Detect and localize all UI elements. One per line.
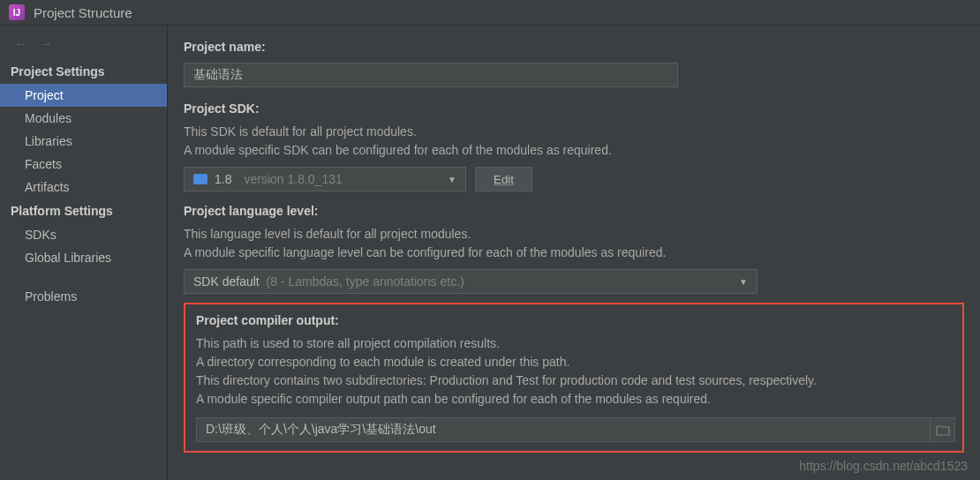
desc-line: This directory contains two subdirectori… [196,371,952,390]
sidebar-item-label: Libraries [25,134,72,148]
sidebar-item-problems[interactable]: Problems [0,285,167,308]
desc-line: A module specific compiler output path c… [196,390,952,409]
sidebar-item-sdks[interactable]: SDKs [0,223,167,246]
sidebar-item-label: SDKs [25,228,57,242]
project-sdk-desc: This SDK is default for all project modu… [184,123,964,160]
sidebar-item-label: Problems [25,289,77,304]
sdk-selected-main: 1.8 [215,172,231,186]
compiler-output-path-input[interactable] [197,418,930,441]
chevron-down-icon: ▼ [739,277,748,287]
project-name-input[interactable] [184,63,678,87]
edit-sdk-button[interactable]: Edit [475,167,532,191]
project-sdk-select[interactable]: 1.8 version 1.8.0_131 ▼ [184,167,466,191]
sidebar-item-modules[interactable]: Modules [0,107,167,130]
sidebar-item-label: Facets [25,157,62,171]
intellij-icon: IJ [9,4,25,20]
compiler-output-desc: This path is used to store all project c… [196,334,952,409]
sidebar-item-libraries[interactable]: Libraries [0,130,167,153]
desc-line: A module specific language level can be … [184,244,964,262]
back-arrow-icon[interactable]: ← [14,36,28,52]
forward-arrow-icon[interactable]: → [39,36,53,52]
desc-line: This SDK is default for all project modu… [184,123,964,141]
sidebar-item-label: Global Libraries [25,251,111,265]
sidebar-item-label: Project [25,88,64,102]
sidebar-item-label: Artifacts [25,180,70,194]
sidebar-item-label: Modules [25,111,72,125]
desc-line: A module specific SDK can be configured … [184,141,964,160]
language-level-select[interactable]: SDK default (8 - Lambdas, type annotatio… [184,269,758,294]
project-sdk-label: Project SDK: [184,101,964,116]
folder-icon [193,174,207,184]
language-level-desc: This language level is default for all p… [184,225,964,262]
compiler-output-label: Project compiler output: [196,313,952,327]
main-panel: Project name: Project SDK: This SDK is d… [168,26,980,480]
sidebar-heading-platform-settings: Platform Settings [0,199,167,223]
language-level-label: Project language level: [184,204,964,218]
sidebar-item-global-libraries[interactable]: Global Libraries [0,246,167,269]
lang-selected-main: SDK default [193,274,260,289]
desc-line: This path is used to store all project c… [196,334,952,353]
desc-line: This language level is default for all p… [184,225,964,244]
sidebar: ← → Project Settings Project Modules Lib… [0,26,168,480]
browse-folder-icon[interactable] [930,419,954,440]
compiler-output-highlight: Project compiler output: This path is us… [184,303,964,453]
title-bar: IJ Project Structure [0,0,980,26]
window-title: Project Structure [34,5,132,20]
watermark-text: https://blog.csdn.net/abcd1523 [799,459,968,473]
sdk-selected-version: version 1.8.0_131 [244,172,342,186]
sidebar-item-project[interactable]: Project [0,84,167,107]
sidebar-item-facets[interactable]: Facets [0,153,167,176]
project-name-label: Project name: [184,40,964,54]
sidebar-heading-project-settings: Project Settings [0,59,167,84]
desc-line: A directory corresponding to each module… [196,353,952,371]
sidebar-item-artifacts[interactable]: Artifacts [0,176,167,199]
lang-selected-sub: (8 - Lambdas, type annotations etc.) [267,274,464,289]
chevron-down-icon: ▼ [448,175,456,184]
